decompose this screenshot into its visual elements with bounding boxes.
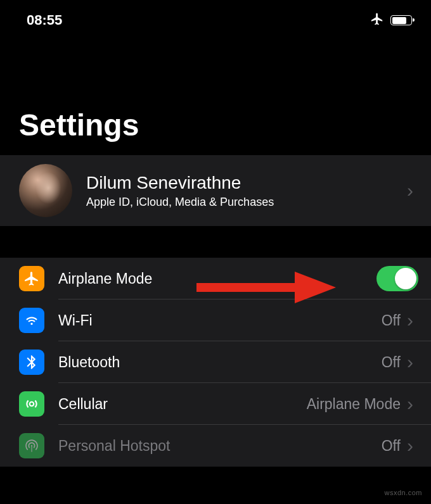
setting-label: Cellular	[58, 396, 307, 413]
hotspot-icon	[19, 433, 44, 458]
setting-value: Off	[382, 354, 401, 371]
battery-icon	[390, 15, 412, 25]
chevron-right-icon: ›	[407, 310, 418, 331]
chevron-right-icon: ›	[407, 435, 418, 457]
setting-label: Bluetooth	[58, 354, 382, 371]
avatar	[19, 164, 72, 217]
setting-label: Wi-Fi	[58, 312, 382, 329]
setting-label: Personal Hotspot	[58, 438, 382, 455]
wifi-icon	[19, 308, 44, 333]
airplane-mode-icon	[19, 266, 44, 291]
airplane-icon	[370, 12, 384, 28]
setting-label: Airplane Mode	[58, 270, 376, 287]
account-subtitle: Apple ID, iCloud, Media & Purchases	[86, 196, 393, 209]
setting-row-airplane[interactable]: Airplane Mode	[0, 258, 431, 299]
setting-row-cellular[interactable]: Cellular Airplane Mode ›	[0, 383, 431, 425]
setting-row-bluetooth[interactable]: Bluetooth Off ›	[0, 341, 431, 383]
status-indicators	[370, 12, 412, 28]
account-row[interactable]: Dilum Senevirathne Apple ID, iCloud, Med…	[0, 155, 431, 226]
status-bar: 08:55	[0, 0, 431, 38]
status-time: 08:55	[27, 12, 62, 28]
toggle-knob	[395, 268, 416, 289]
chevron-right-icon: ›	[407, 351, 418, 373]
setting-value: Off	[382, 438, 401, 455]
cellular-icon	[19, 391, 44, 417]
account-section: Dilum Senevirathne Apple ID, iCloud, Med…	[0, 155, 431, 226]
setting-row-wifi[interactable]: Wi-Fi Off ›	[0, 299, 431, 341]
page-title: Settings	[0, 38, 431, 155]
setting-value: Airplane Mode	[307, 396, 401, 413]
account-name: Dilum Senevirathne	[86, 173, 393, 193]
settings-list: Airplane Mode Wi-Fi Off › Bluetooth Off …	[0, 258, 431, 467]
chevron-right-icon: ›	[407, 180, 418, 201]
setting-value: Off	[382, 312, 401, 329]
watermark: wsxdn.com	[384, 489, 422, 496]
chevron-right-icon: ›	[407, 393, 418, 415]
airplane-toggle[interactable]	[376, 266, 418, 291]
section-spacer	[0, 226, 431, 258]
setting-row-hotspot[interactable]: Personal Hotspot Off ›	[0, 425, 431, 467]
bluetooth-icon	[19, 350, 44, 375]
account-text: Dilum Senevirathne Apple ID, iCloud, Med…	[86, 173, 393, 209]
